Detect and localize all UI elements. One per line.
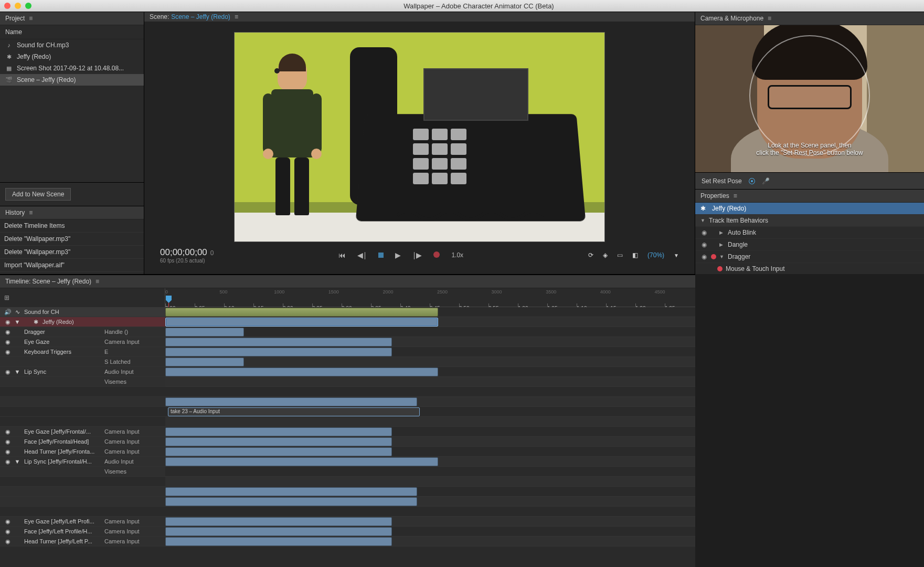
track-lane[interactable] [165, 327, 695, 337]
track-header[interactable]: ◉Face [Jeffy/Frontal/Head]Camera Input [0, 437, 165, 447]
timeline-ruler[interactable]: 0500100015002000250030003500400045005000… [165, 288, 695, 307]
step-forward-icon[interactable]: ∣▶ [412, 251, 422, 259]
refresh-icon[interactable]: ⟳ [588, 251, 593, 259]
menu-icon[interactable]: ≡ [235, 13, 238, 20]
timecode[interactable]: 00;00;00;000 [160, 247, 214, 258]
track-lane[interactable] [165, 517, 695, 527]
track-header[interactable] [0, 477, 165, 487]
menu-icon[interactable]: ≡ [95, 278, 99, 285]
track-lane[interactable] [165, 457, 695, 467]
set-rest-pose-button[interactable]: Set Rest Pose [702, 177, 742, 185]
window-controls[interactable] [4, 3, 31, 9]
webcam-icon[interactable]: ⦿ [748, 177, 756, 185]
eye-icon[interactable]: ◉ [3, 458, 13, 465]
track-header[interactable]: ◉Eye GazeCamera Input [0, 337, 165, 347]
track-lane[interactable] [165, 307, 695, 317]
track-lane[interactable] [165, 437, 695, 447]
track-header[interactable]: ◉Eye Gaze [Jeffy/Left Profi...Camera Inp… [0, 517, 165, 527]
project-item[interactable]: ▦Screen Shot 2017-09-12 at 10.48.08... [0, 62, 144, 74]
clip[interactable] [165, 517, 392, 526]
track-header[interactable]: S Latched [0, 357, 165, 367]
property-row[interactable]: Mouse & Touch Input [695, 263, 924, 274]
behavior-autoblink[interactable]: ◉▶Auto Blink [695, 227, 924, 239]
record-dot-icon[interactable] [717, 266, 723, 271]
track-header[interactable]: ◉Head Turner [Jeffy/Left P...Camera Inpu… [0, 537, 165, 547]
go-start-icon[interactable]: ⏮ [338, 251, 346, 259]
track-header[interactable]: 🔊∿Sound for CH [0, 307, 165, 317]
track-lane[interactable] [165, 427, 695, 437]
checker-icon[interactable]: ◧ [632, 251, 638, 259]
timeline-tool-icon[interactable]: ⊞ [4, 294, 9, 301]
behavior-dragger[interactable]: ◉▼Dragger [695, 251, 924, 263]
project-item[interactable]: ✱Jeffy (Redo) [0, 51, 144, 62]
clip[interactable] [165, 447, 392, 456]
track-lane[interactable] [165, 347, 695, 357]
camera-header[interactable]: Camera & Microphone ≡ [695, 12, 924, 25]
eye-icon[interactable]: ◉ [700, 253, 708, 260]
clip[interactable] [165, 318, 438, 327]
track-lane[interactable]: take 23 – Audio Input [165, 407, 695, 417]
clip[interactable] [165, 457, 438, 466]
history-item[interactable]: Delete "Wallpaper.mp3" [0, 233, 144, 246]
eye-icon[interactable]: ◉ [3, 329, 13, 335]
track-header[interactable]: Visemes [0, 467, 165, 477]
track-header[interactable] [0, 487, 165, 497]
project-item[interactable]: 🎬Scene – Jeffy (Redo) [0, 74, 144, 86]
track-header[interactable]: Visemes [0, 377, 165, 387]
eye-icon[interactable]: ◉ [3, 518, 13, 525]
eye-icon[interactable]: ◉ [700, 229, 708, 236]
track-lane[interactable] [165, 467, 695, 477]
clip[interactable] [165, 328, 244, 337]
clip[interactable] [165, 397, 417, 406]
menu-icon[interactable]: ≡ [734, 192, 737, 200]
clip[interactable] [165, 348, 392, 356]
step-back-icon[interactable]: ◀∣ [357, 251, 367, 259]
track-header[interactable]: ◉DraggerHandle () [0, 327, 165, 337]
minimize-icon[interactable] [15, 3, 21, 9]
track-lane[interactable] [165, 417, 695, 427]
play-button[interactable]: ▶ [395, 251, 401, 259]
track-header[interactable]: ◉Face [Jeffy/Left Profile/H...Camera Inp… [0, 527, 165, 537]
track-lane[interactable] [165, 367, 695, 377]
clip[interactable] [165, 497, 417, 506]
clip[interactable] [165, 487, 417, 496]
eye-icon[interactable]: ◉ [3, 319, 13, 326]
clip[interactable] [165, 308, 438, 317]
history-header[interactable]: History ≡ [0, 206, 144, 219]
track-lane[interactable] [165, 337, 695, 347]
track-header[interactable] [0, 497, 165, 507]
track-header[interactable] [0, 397, 165, 407]
track-lane[interactable] [165, 397, 695, 407]
track-lane[interactable] [165, 527, 695, 537]
eye-icon[interactable]: ◉ [3, 448, 13, 455]
eye-icon[interactable]: ◉ [700, 241, 708, 248]
track-header[interactable] [0, 507, 165, 517]
track-header[interactable] [0, 387, 165, 397]
record-dot-icon[interactable] [711, 254, 716, 259]
clip[interactable] [165, 537, 392, 546]
track-item-behaviors-header[interactable]: ▼Track Item Behaviors [695, 215, 924, 227]
track-header[interactable] [0, 407, 165, 417]
name-column-header[interactable]: Name [0, 25, 144, 39]
playhead[interactable] [168, 296, 169, 307]
clip[interactable] [165, 338, 392, 346]
clip[interactable] [165, 437, 392, 446]
timeline-header[interactable]: Timeline: Scene – Jeffy (Redo) ≡ [0, 275, 695, 288]
track-lane[interactable] [165, 477, 695, 487]
track-lane[interactable] [165, 497, 695, 507]
eye-icon[interactable]: ◉ [3, 428, 13, 435]
behavior-dangle[interactable]: ◉▶Dangle [695, 239, 924, 251]
track-lane[interactable] [165, 377, 695, 387]
zoom-level[interactable]: (70%) [647, 251, 664, 259]
track-header[interactable]: ◉Keyboard TriggersE [0, 347, 165, 357]
playback-speed[interactable]: 1.0x [451, 251, 463, 259]
eye-icon[interactable]: ◉ [3, 369, 13, 375]
chevron-down-icon[interactable]: ▼ [674, 253, 679, 258]
menu-icon[interactable]: ≡ [768, 15, 771, 22]
track-header[interactable]: ◉▼✱Jeffy (Redo) [0, 317, 165, 327]
track-lane[interactable] [165, 317, 695, 327]
stage[interactable] [235, 33, 604, 242]
clip[interactable]: take 23 – Audio Input [168, 407, 420, 416]
eye-icon[interactable]: ◉ [3, 528, 13, 535]
property-puppet-header[interactable]: ✱Jeffy (Redo) [695, 203, 924, 215]
